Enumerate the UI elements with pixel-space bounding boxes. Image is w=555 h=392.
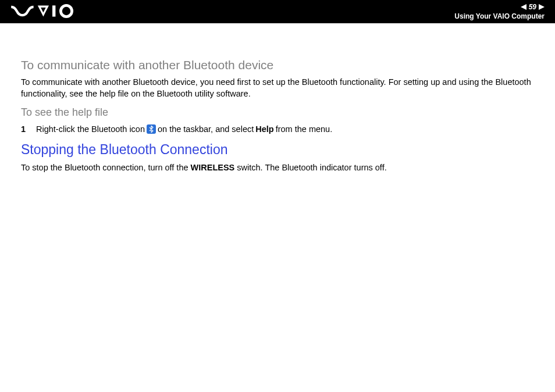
header-right: 59 Using Your VAIO Computer: [454, 3, 545, 20]
step-text-b: on the taskbar, and select: [158, 124, 254, 134]
para-stop-b: switch. The Bluetooth indicator turns of…: [237, 163, 386, 172]
svg-rect-0: [52, 5, 55, 16]
paragraph-communicate: To communicate with another Bluetooth de…: [21, 77, 539, 99]
para-stop-a: To stop the Bluetooth connection, turn o…: [21, 163, 188, 172]
step-1: 1 Right-click the Bluetooth icon on the …: [21, 124, 539, 134]
step-text-bold: Help: [255, 124, 273, 134]
page-number: 59: [529, 3, 536, 11]
heading-stopping: Stopping the Bluetooth Connection: [21, 142, 539, 158]
vaio-logo-icon: [10, 4, 80, 18]
para-stop-bold: WIRELESS: [191, 163, 235, 172]
next-page-arrow-icon[interactable]: [539, 4, 545, 10]
header-subtitle: Using Your VAIO Computer: [454, 12, 545, 20]
step-text-a: Right-click the Bluetooth icon: [36, 124, 145, 134]
bluetooth-icon: [147, 124, 156, 134]
vaio-logo: [0, 3, 80, 20]
step-text: Right-click the Bluetooth icon on the ta…: [36, 124, 332, 134]
header-bar: 59 Using Your VAIO Computer: [0, 0, 555, 23]
page-navigation: 59: [454, 3, 545, 11]
prev-page-arrow-icon[interactable]: [521, 4, 526, 10]
heading-helpfile: To see the help file: [21, 106, 539, 119]
page-content: To communicate with another Bluetooth de…: [0, 23, 555, 174]
step-number: 1: [21, 124, 36, 134]
paragraph-stopping: To stop the Bluetooth connection, turn o…: [21, 162, 539, 174]
heading-communicate: To communicate with another Bluetooth de…: [21, 58, 539, 72]
step-text-c: from the menu.: [276, 124, 333, 134]
svg-point-1: [61, 5, 72, 16]
